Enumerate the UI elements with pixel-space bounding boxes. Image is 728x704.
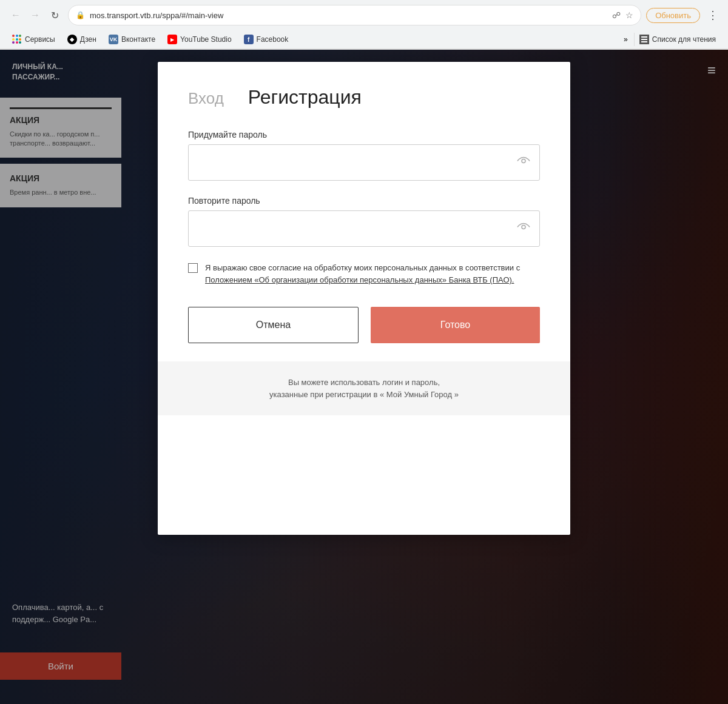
svg-rect-1: [641, 39, 647, 40]
confirm-password-toggle-icon[interactable]: [517, 223, 530, 235]
footer-text-line2: указанные при регистрации в « Мой Умный …: [188, 389, 540, 401]
reload-button[interactable]: ↻: [46, 7, 63, 24]
services-grid-icon: [12, 35, 22, 44]
footer-text-line1: Вы можете использовать логин и пароль,: [188, 377, 540, 389]
svg-rect-2: [641, 41, 647, 42]
bookmarks-bar: Сервисы ◆ Дзен VK Вконтакте ▶ YouTube St…: [0, 30, 728, 49]
dzen-label: Дзен: [80, 35, 96, 44]
browser-chrome: ← → ↻ 🔒 ☍ ☆ Обновить ⋮: [0, 0, 728, 50]
password-label: Придумайте пароль: [188, 130, 540, 139]
youtube-icon: ▶: [167, 35, 177, 44]
svg-rect-0: [641, 36, 647, 38]
facebook-label: Facebook: [257, 35, 289, 44]
services-label: Сервисы: [25, 35, 55, 44]
address-input[interactable]: [90, 11, 607, 20]
password-form-group: Придумайте пароль: [188, 130, 540, 181]
star-icon[interactable]: ☆: [625, 10, 633, 20]
facebook-icon: f: [244, 35, 254, 44]
modal-tabs: Вход Регистрация: [188, 86, 540, 109]
bookmark-vk[interactable]: VK Вконтакте: [104, 33, 160, 46]
nav-buttons: ← → ↻: [7, 7, 63, 24]
vk-label: Вконтакте: [121, 35, 155, 44]
lock-icon: 🔒: [76, 11, 85, 19]
translate-icon[interactable]: ☍: [612, 10, 621, 20]
modal-overlay: Вход Регистрация Придумайте пароль: [0, 50, 728, 704]
confirm-password-label: Повторите пароль: [188, 196, 540, 206]
bookmark-services[interactable]: Сервисы: [7, 33, 60, 46]
update-button[interactable]: Обновить: [646, 8, 700, 23]
vk-icon: VK: [109, 35, 118, 44]
consent-link[interactable]: Положением «Об организации обработки пер…: [205, 275, 514, 284]
youtube-label: YouTube Studio: [180, 35, 232, 44]
consent-text-before: Я выражаю свое согласие на обработку мои…: [205, 263, 520, 272]
bookmark-dzen[interactable]: ◆ Дзен: [62, 33, 101, 46]
confirm-password-input-wrapper: [188, 210, 540, 247]
consent-checkbox[interactable]: [188, 263, 198, 273]
browser-toolbar: ← → ↻ 🔒 ☍ ☆ Обновить ⋮: [0, 0, 728, 30]
password-toggle-icon[interactable]: [517, 156, 530, 169]
confirm-password-input[interactable]: [188, 210, 540, 247]
tab-login[interactable]: Вход: [188, 89, 224, 108]
consent-text: Я выражаю свое согласие на обработку мои…: [205, 262, 540, 286]
back-button[interactable]: ←: [7, 7, 24, 24]
reading-list-icon: [639, 35, 649, 44]
cancel-button[interactable]: Отмена: [188, 307, 359, 343]
action-buttons: Отмена Готово: [188, 307, 540, 343]
svg-point-3: [522, 159, 525, 163]
password-input-wrapper: [188, 144, 540, 181]
page-wrapper: ЛИЧНЫЙ КА... ПАССАЖИР... АКЦИЯ Скидки по…: [0, 50, 728, 704]
dzen-icon: ◆: [67, 35, 77, 44]
modal-footer: Вы можете использовать логин и пароль, у…: [158, 361, 570, 415]
reading-list-label: Список для чтения: [652, 35, 716, 44]
confirm-password-form-group: Повторите пароль: [188, 196, 540, 247]
registration-modal: Вход Регистрация Придумайте пароль: [158, 62, 570, 535]
browser-actions: Обновить ⋮: [646, 6, 721, 24]
tab-register[interactable]: Регистрация: [248, 86, 362, 109]
svg-point-4: [522, 226, 525, 229]
address-bar-container: 🔒 ☍ ☆: [68, 5, 641, 25]
ready-button[interactable]: Готово: [371, 307, 540, 343]
bookmark-facebook[interactable]: f Facebook: [239, 33, 294, 46]
reading-list-button[interactable]: Список для чтения: [634, 33, 721, 46]
bookmark-youtube[interactable]: ▶ YouTube Studio: [163, 33, 237, 46]
consent-section: Я выражаю свое согласие на обработку мои…: [188, 262, 540, 286]
password-input[interactable]: [188, 144, 540, 181]
browser-menu-button[interactable]: ⋮: [705, 6, 721, 24]
bookmarks-overflow-button[interactable]: »: [620, 33, 632, 45]
forward-button[interactable]: →: [27, 7, 44, 24]
